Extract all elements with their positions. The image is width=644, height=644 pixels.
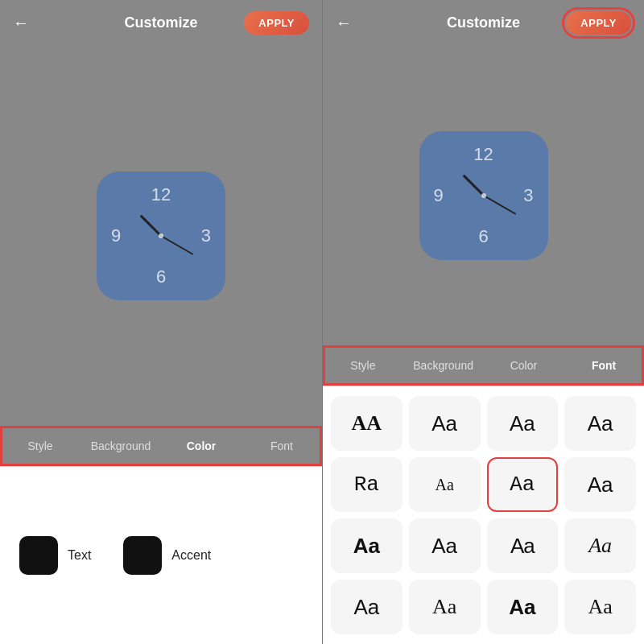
font-grid: AAAaAaAaRaAaAaAaAaAaAaAaAaAaAaAa: [331, 396, 636, 634]
right-clock-face: 12 3 6 9: [427, 139, 540, 252]
left-back-button[interactable]: ←: [13, 14, 29, 32]
left-panel: ← Customize APPLY 12 3 6 9 Style: [0, 0, 322, 644]
left-tab-color[interactable]: Color: [161, 427, 242, 466]
text-color-swatch[interactable]: [19, 536, 58, 575]
font-cell-10[interactable]: Aa: [487, 518, 559, 573]
left-apply-button[interactable]: APPLY: [244, 11, 309, 35]
right-clock-num-9: 9: [434, 185, 444, 206]
accent-color-label: Accent: [171, 548, 211, 563]
left-clock-center: [159, 233, 163, 238]
accent-color-option: Accent: [123, 536, 211, 575]
font-cell-14[interactable]: Aa: [487, 580, 559, 634]
main-container: ← Customize APPLY 12 3 6 9 Style: [0, 0, 644, 644]
font-cell-8[interactable]: Aa: [331, 518, 402, 573]
right-clock-num-6: 6: [478, 226, 488, 247]
font-cell-4[interactable]: Ra: [331, 457, 402, 512]
left-tab-font[interactable]: Font: [242, 427, 322, 466]
right-clock-widget: 12 3 6 9: [419, 131, 548, 260]
left-clock-hour-hand: [139, 214, 162, 237]
left-clock-minute-hand: [161, 235, 194, 255]
left-clock-num-6: 6: [156, 266, 166, 287]
left-clock-num-9: 9: [111, 225, 121, 246]
font-cell-12[interactable]: Aa: [331, 580, 402, 634]
left-tabs-bar: Style Background Color Font: [0, 426, 322, 466]
left-clock-num-12: 12: [151, 184, 171, 205]
left-header: ← Customize APPLY: [0, 0, 322, 45]
left-tab-background[interactable]: Background: [80, 427, 161, 466]
right-tab-style[interactable]: Style: [323, 346, 403, 386]
accent-color-swatch[interactable]: [123, 536, 162, 575]
font-cell-11[interactable]: Aa: [564, 518, 636, 573]
left-title: Customize: [124, 14, 197, 31]
right-tabs-bar: Style Background Color Font: [323, 345, 644, 386]
font-cell-13[interactable]: Aa: [409, 580, 481, 634]
right-clock-num-12: 12: [473, 144, 493, 165]
font-cell-2[interactable]: Aa: [487, 396, 559, 451]
font-cell-7[interactable]: Aa: [564, 457, 636, 512]
font-cell-0[interactable]: AA: [331, 396, 402, 451]
font-cell-1[interactable]: Aa: [409, 396, 481, 451]
left-clock-num-3: 3: [201, 225, 211, 246]
right-tab-color[interactable]: Color: [484, 346, 564, 386]
font-cell-3[interactable]: Aa: [564, 396, 636, 451]
font-cell-6[interactable]: Aa: [487, 457, 559, 512]
font-cell-15[interactable]: Aa: [564, 580, 636, 634]
font-panel: AAAaAaAaRaAaAaAaAaAaAaAaAaAaAaAa: [323, 386, 644, 644]
left-clock-face: 12 3 6 9: [105, 180, 217, 292]
right-title: Customize: [447, 14, 520, 31]
right-bottom-panel: AAAaAaAaRaAaAaAaAaAaAaAaAaAaAaAa: [323, 386, 644, 644]
right-tab-font[interactable]: Font: [564, 346, 644, 386]
right-preview-area: 12 3 6 9: [323, 45, 644, 345]
left-bottom-panel: Text Accent: [0, 466, 322, 644]
right-clock-center: [481, 193, 486, 198]
left-clock-widget: 12 3 6 9: [97, 171, 225, 300]
text-color-option: Text: [19, 536, 91, 575]
right-tab-background[interactable]: Background: [403, 346, 484, 386]
right-clock-num-3: 3: [523, 185, 533, 206]
left-tab-style[interactable]: Style: [0, 427, 80, 466]
right-back-button[interactable]: ←: [336, 14, 352, 32]
text-color-label: Text: [68, 548, 91, 563]
right-clock-hour-hand: [462, 174, 485, 196]
font-cell-5[interactable]: Aa: [409, 457, 481, 512]
font-cell-9[interactable]: Aa: [409, 518, 481, 573]
right-panel: ← Customize APPLY 12 3 6 9 Style: [322, 0, 644, 644]
right-clock-minute-hand: [483, 195, 516, 215]
color-panel: Text Accent: [0, 467, 322, 644]
right-header: ← Customize APPLY: [323, 0, 644, 45]
right-apply-button[interactable]: APPLY: [566, 11, 631, 35]
left-preview-area: 12 3 6 9: [0, 45, 322, 426]
